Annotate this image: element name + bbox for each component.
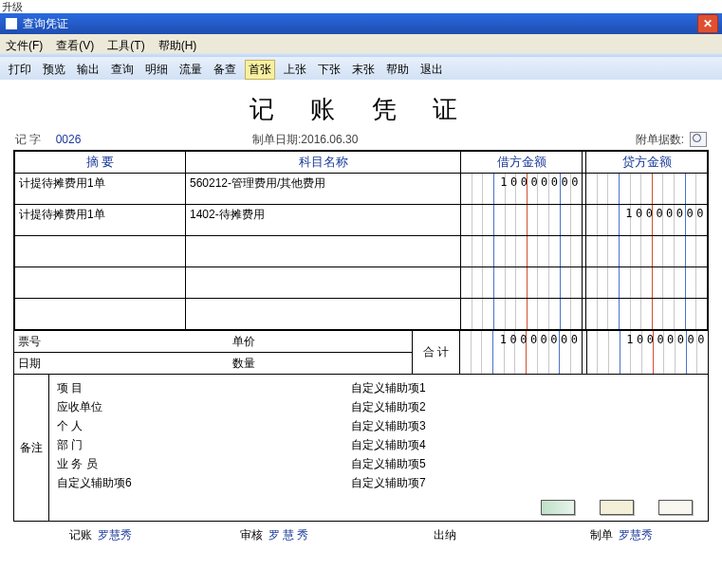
cell-summary: [15, 299, 186, 330]
maker-label: 制单: [590, 527, 613, 543]
cell-debit: [461, 267, 583, 299]
cell-debit: [461, 236, 583, 267]
remark-row: 个 人自定义辅助项3: [57, 416, 700, 435]
toolbar-备查[interactable]: 备查: [211, 61, 239, 79]
remark-row: 应收单位自定义辅助项2: [57, 397, 700, 416]
maker-name: 罗慧秀: [619, 527, 653, 543]
cashier-label: 出纳: [434, 527, 456, 543]
toolbar-预览[interactable]: 预览: [40, 61, 68, 79]
toolbar-下张[interactable]: 下张: [315, 61, 343, 79]
voucher-canvas: 记 账 凭 证 记 字 0026 制单日期:2016.06.30 附单据数: 摘…: [0, 80, 722, 588]
magnify-button[interactable]: [690, 132, 707, 147]
toolbar: 打印预览输出查询明细流量备查首张上张下张末张帮助退出: [0, 57, 722, 83]
voucher-grid: 摘 要 科目名称 借方金额 贷方金额 计提待摊费用1单560212-管理费用/其…: [13, 150, 709, 331]
table-row[interactable]: [15, 267, 708, 299]
date-label: 制单日期:: [252, 133, 301, 146]
cell-credit: [586, 236, 708, 267]
menu-file[interactable]: 文件(F): [6, 38, 43, 54]
window-title: 查询凭证: [23, 16, 68, 32]
col-debit: 借方金额: [461, 152, 583, 174]
upper-label: 升级: [2, 0, 23, 14]
toolbar-明细[interactable]: 明细: [142, 61, 171, 79]
cell-subject: [186, 236, 461, 267]
col-subject: 科目名称: [186, 152, 461, 174]
ji-label: 记 字: [15, 133, 41, 146]
toolbar-上张[interactable]: 上张: [281, 61, 309, 79]
close-button[interactable]: ✕: [697, 14, 718, 33]
toolbar-帮助[interactable]: 帮助: [383, 61, 412, 79]
price-label: 单价: [75, 334, 412, 350]
toolbar-查询[interactable]: 查询: [108, 61, 137, 79]
toolbar-退出[interactable]: 退出: [417, 61, 446, 79]
cell-credit: 10000000: [586, 205, 708, 236]
app-icon: [6, 18, 17, 29]
cell-debit: 10000000: [461, 174, 583, 205]
ticket-label: 票号: [14, 334, 75, 350]
table-row[interactable]: 计提待摊费用1单1402-待摊费用10000000: [15, 205, 708, 236]
menu-tools[interactable]: 工具(T): [107, 38, 144, 54]
remark-row: 自定义辅助项6自定义辅助项7: [57, 473, 700, 492]
cell-summary: [15, 267, 186, 299]
cell-debit: [461, 299, 583, 330]
titlebar: 查询凭证 ✕: [0, 13, 722, 34]
menu-view[interactable]: 查看(V): [56, 38, 94, 54]
col-credit: 贷方金额: [586, 152, 708, 174]
status-icon-2[interactable]: [600, 500, 634, 515]
cell-summary: 计提待摊费用1单: [15, 205, 186, 236]
table-row[interactable]: [15, 236, 708, 267]
remark-row: 项 目自定义辅助项1: [57, 378, 700, 397]
cell-summary: 计提待摊费用1单: [15, 174, 186, 205]
cell-summary: [15, 236, 186, 267]
remarks-label: 备注: [14, 375, 49, 521]
audit-name: 罗 慧 秀: [268, 527, 309, 543]
status-icon-3[interactable]: [658, 500, 693, 515]
toolbar-输出[interactable]: 输出: [74, 61, 102, 79]
doc-title: 记 账 凭 证: [0, 93, 722, 126]
date-value: 2016.06.30: [301, 133, 358, 146]
totals-row: 票号单价 日期数量 合 计 10000000 10000000: [13, 331, 709, 375]
signatures: 记账罗慧秀 审核罗 慧 秀 出纳 制单罗慧秀: [13, 527, 709, 543]
menu-help[interactable]: 帮助(H): [158, 38, 197, 54]
toolbar-流量[interactable]: 流量: [176, 61, 205, 79]
remark-row: 部 门自定义辅助项4: [57, 435, 700, 454]
total-label: 合 计: [413, 331, 460, 374]
attach-label: 附单据数:: [636, 133, 684, 146]
col-summary: 摘 要: [15, 152, 186, 174]
cell-credit: [586, 299, 708, 330]
toolbar-末张[interactable]: 末张: [349, 61, 378, 79]
mid-date-label: 日期: [14, 356, 75, 372]
cell-credit: [586, 267, 708, 299]
table-row[interactable]: 计提待摊费用1单560212-管理费用/其他费用10000000: [15, 174, 708, 205]
cell-credit: [586, 174, 708, 205]
toolbar-首张[interactable]: 首张: [245, 60, 275, 80]
remark-row: 业 务 员自定义辅助项5: [57, 454, 700, 473]
remarks-section: 备注 项 目自定义辅助项1应收单位自定义辅助项2个 人自定义辅助项3部 门自定义…: [13, 375, 709, 522]
cell-subject: 1402-待摊费用: [186, 205, 461, 236]
toolbar-打印[interactable]: 打印: [6, 61, 34, 79]
audit-label: 审核: [240, 527, 263, 543]
table-row[interactable]: [15, 299, 708, 330]
book-name: 罗慧秀: [98, 527, 132, 543]
cell-debit: [461, 205, 583, 236]
cell-subject: 560212-管理费用/其他费用: [186, 174, 461, 205]
status-icon-1[interactable]: [541, 500, 575, 515]
book-label: 记账: [69, 527, 92, 543]
cell-subject: [186, 267, 461, 299]
voucher-no: 0026: [56, 133, 82, 146]
cell-subject: [186, 299, 461, 330]
qty-label: 数量: [75, 356, 412, 372]
